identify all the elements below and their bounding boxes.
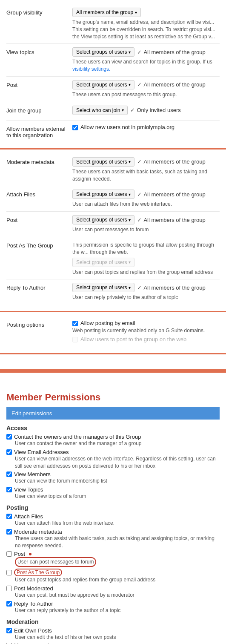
moderate-metadata-label: Moderate metadata — [6, 157, 72, 165]
allow-web-post-checkbox[interactable] — [72, 337, 78, 342]
reply-to-author-perm-desc: User can reply privately to the author o… — [15, 607, 220, 614]
reply-to-author-perm-checkbox[interactable] — [6, 601, 12, 607]
post-moderated-label: Post Moderated — [14, 585, 53, 592]
post1-row: Post Select groups of users All members … — [6, 77, 220, 102]
perm-post: Post User can post messages to forum — [6, 551, 220, 567]
post-as-group-label: Post As The Group — [6, 241, 72, 249]
perm-view-email: View Email Addresses User can view email… — [6, 449, 220, 470]
contact-owners-label: Contact the owners and the managers of t… — [14, 434, 141, 440]
join-group-check: Only invited users — [130, 107, 180, 113]
post1-dropdown[interactable]: Select groups of users — [72, 80, 134, 89]
post1-check: All members of the group — [137, 81, 205, 88]
access-section-title: Access — [6, 425, 220, 431]
post-perm-checkbox[interactable] — [6, 551, 12, 557]
view-email-label: View Email Addresses — [14, 449, 69, 455]
attach-files-label: Attach Files — [6, 190, 72, 198]
allow-posting-email-checkbox[interactable] — [72, 321, 78, 326]
view-members-label: View Members — [14, 471, 51, 477]
orange-divider — [0, 369, 226, 373]
allow-external-row: Allow members external to this organizat… — [6, 121, 220, 142]
view-topics-checkbox[interactable] — [6, 487, 12, 492]
post-as-group-perm-desc: User can post topics and replies from th… — [15, 576, 220, 584]
allow-external-label: Allow members external to this organizat… — [6, 124, 72, 138]
moderate-metadata-dropdown[interactable]: Select groups of users — [72, 157, 134, 167]
visibility-settings-link[interactable]: visibility settings. — [72, 66, 110, 72]
edit-own-posts-desc: User can edit the text of his or her own… — [15, 634, 220, 641]
reply-to-author-label: Reply To Author — [6, 283, 72, 291]
perm-manage-members: Manage members These users can manage me… — [6, 642, 220, 644]
post2-label: Post — [6, 215, 72, 223]
view-topics-row: View topics Select groups of users All m… — [6, 44, 220, 77]
moderate-metadata-perm-desc: These users can assist with basic tasks,… — [15, 535, 220, 549]
post-as-group-content: This permission is specific to groups th… — [72, 241, 220, 276]
view-email-desc: User can view email addresses on the web… — [15, 455, 220, 470]
join-group-label: Join the group — [6, 106, 72, 114]
attach-files-dropdown[interactable]: Select groups of users — [72, 190, 134, 199]
moderate-metadata-perm-label: Moderate metadata — [14, 529, 62, 535]
allow-external-checkbox[interactable] — [72, 125, 78, 130]
attach-files-perm-checkbox[interactable] — [6, 514, 12, 519]
view-topics-check: All members of the group — [137, 49, 205, 55]
perm-contact-owners: Contact the owners and the managers of t… — [6, 434, 220, 447]
post-as-group-desc-top: This permission is specific to groups th… — [72, 242, 220, 256]
post1-label: Post — [6, 80, 72, 88]
allow-web-post-label: Allow users to post to the group on the … — [80, 336, 186, 342]
view-topics-perm-label: View Topics — [14, 486, 43, 493]
perm-post-as-group: Post As The Group User can post topics a… — [6, 569, 220, 584]
post2-content: Select groups of users All members of th… — [72, 215, 220, 233]
posting-options-desc1: Web posting is currently enabled only on… — [72, 327, 220, 334]
group-visibility-dropdown[interactable]: All members of the group — [72, 8, 141, 17]
moderate-metadata-desc: These users can assist with basic tasks,… — [72, 168, 220, 183]
member-permissions-section: Member Permissions Edit permissions Acce… — [0, 388, 226, 644]
member-permissions-title: Member Permissions — [6, 392, 220, 403]
allow-posting-email-label: Allow posting by email — [80, 320, 135, 326]
edit-permissions-bar[interactable]: Edit permissions — [6, 407, 220, 420]
view-email-checkbox[interactable] — [6, 449, 12, 455]
moderate-metadata-check: All members of the group — [137, 158, 205, 165]
view-topics-dropdown[interactable]: Select groups of users — [72, 47, 134, 57]
attach-files-check: All members of the group — [137, 191, 205, 198]
perm-edit-own-posts: Edit Own Posts User can edit the text of… — [6, 627, 220, 641]
group-visibility-row: Group visibility All members of the grou… — [6, 4, 220, 44]
group-visibility-content: All members of the group The group's nam… — [72, 8, 220, 40]
post-moderated-checkbox[interactable] — [6, 586, 12, 591]
perm-view-topics: View Topics User can view topics of a fo… — [6, 486, 220, 500]
group-visibility-desc: The group's name, email address, and des… — [72, 19, 220, 40]
post2-dropdown[interactable]: Select groups of users — [72, 215, 134, 224]
contact-owners-checkbox[interactable] — [6, 434, 12, 440]
spacer2 — [0, 375, 226, 388]
post-as-group-perm-checkbox[interactable] — [6, 570, 12, 575]
contact-owners-desc: User can contact the owner and the manag… — [15, 440, 220, 447]
join-group-dropdown[interactable]: Select who can join — [72, 106, 128, 115]
post-as-group-desc-bottom: User can post topics and replies from th… — [72, 269, 220, 276]
reply-to-author-row: Reply To Author Select groups of users A… — [6, 279, 220, 305]
view-topics-desc: These users can view and search for topi… — [72, 58, 220, 73]
post2-check: All members of the group — [137, 217, 205, 223]
attach-files-content: Select groups of users All members of th… — [72, 190, 220, 208]
view-members-checkbox[interactable] — [6, 472, 12, 477]
reply-to-author-check: All members of the group — [137, 285, 205, 291]
join-group-content: Select who can join Only invited users — [72, 106, 220, 117]
reply-to-author-dropdown[interactable]: Select groups of users — [72, 283, 134, 292]
moderate-metadata-perm-checkbox[interactable] — [6, 529, 12, 535]
post-perm-dot — [29, 553, 31, 555]
reply-to-author-perm-label: Reply To Author — [14, 601, 53, 607]
post-as-group-perm-label: Post As The Group — [14, 569, 62, 576]
perm-reply-to-author: Reply To Author User can reply privately… — [6, 601, 220, 614]
post-perm-label: Post — [14, 551, 25, 557]
view-topics-content: Select groups of users All members of th… — [72, 47, 220, 73]
perm-post-moderated: Post Moderated User can post, but must b… — [6, 585, 220, 599]
view-members-desc: User can view the forum membership list — [15, 477, 220, 485]
post-moderated-desc: User can post, but must be approved by a… — [15, 592, 220, 599]
moderation-section-title: Moderation — [6, 618, 220, 625]
post-as-group-dropdown[interactable]: Select groups of users — [72, 258, 134, 267]
edit-own-posts-checkbox[interactable] — [6, 628, 12, 633]
allow-external-content: Allow new users not in pmiolympia.org — [72, 124, 220, 131]
attach-files-perm-label: Attach Files — [14, 513, 43, 520]
post1-content: Select groups of users All members of th… — [72, 80, 220, 98]
posting-section-title: Posting — [6, 504, 220, 511]
post1-desc: These users can post messages to this gr… — [72, 91, 220, 98]
allow-external-checkbox-label: Allow new users not in pmiolympia.org — [80, 124, 175, 130]
posting-options-label: Posting options — [6, 320, 72, 328]
perm-moderate-metadata: Moderate metadata These users can assist… — [6, 529, 220, 549]
